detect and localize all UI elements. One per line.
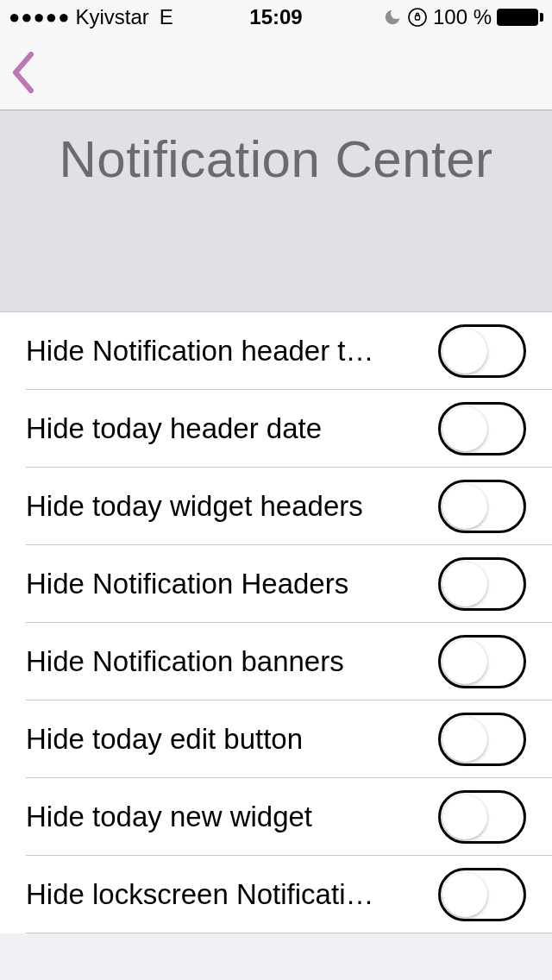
setting-label: Hide Notification header tabs	[26, 335, 388, 368]
clock-label: 15:09	[249, 5, 302, 29]
nav-bar	[0, 35, 552, 110]
setting-label: Hide today header date	[26, 412, 322, 445]
setting-label: Hide lockscreen Notification…	[26, 878, 388, 911]
toggle-switch[interactable]	[438, 402, 526, 455]
setting-row-hide-today-header-date[interactable]: Hide today header date	[0, 390, 552, 468]
setting-label: Hide Notification banners	[26, 645, 344, 678]
status-right: 100 %	[383, 5, 543, 29]
setting-row-hide-notification-header-tabs[interactable]: Hide Notification header tabs	[0, 312, 552, 390]
toggle-knob	[442, 406, 487, 451]
setting-row-hide-today-widget-headers[interactable]: Hide today widget headers	[0, 468, 552, 545]
section-header: Notification Center	[0, 110, 552, 312]
toggle-knob	[442, 639, 487, 684]
settings-list: Hide Notification header tabs Hide today…	[0, 312, 552, 933]
toggle-knob	[442, 329, 487, 374]
toggle-switch[interactable]	[438, 790, 526, 844]
toggle-switch[interactable]	[438, 713, 526, 766]
back-button[interactable]	[10, 51, 38, 94]
toggle-switch[interactable]	[438, 868, 526, 921]
toggle-switch[interactable]	[438, 480, 526, 533]
toggle-switch[interactable]	[438, 557, 526, 611]
do-not-disturb-icon	[383, 8, 402, 27]
setting-label: Hide today edit button	[26, 723, 303, 756]
setting-row-hide-lockscreen-notification[interactable]: Hide lockscreen Notification…	[0, 856, 552, 933]
toggle-switch[interactable]	[438, 635, 526, 688]
toggle-knob	[442, 872, 487, 917]
toggle-switch[interactable]	[438, 324, 526, 378]
setting-row-hide-notification-headers[interactable]: Hide Notification Headers	[0, 545, 552, 623]
page-title: Notification Center	[0, 129, 552, 189]
battery-icon	[497, 9, 543, 26]
signal-strength-icon: ●●●●●	[9, 6, 70, 28]
network-type-label: E	[160, 5, 173, 29]
orientation-lock-icon	[407, 7, 428, 28]
setting-row-hide-notification-banners[interactable]: Hide Notification banners	[0, 623, 552, 700]
battery-percent-label: 100 %	[433, 5, 492, 29]
toggle-knob	[442, 795, 487, 839]
status-bar: ●●●●● Kyivstar E 15:09 100 %	[0, 0, 552, 35]
setting-label: Hide Notification Headers	[26, 568, 348, 600]
toggle-knob	[442, 484, 487, 529]
svg-point-0	[409, 9, 426, 26]
toggle-knob	[442, 717, 487, 762]
setting-row-hide-today-new-widget[interactable]: Hide today new widget	[0, 778, 552, 856]
status-left: ●●●●● Kyivstar E	[9, 5, 173, 29]
footer-spacer	[0, 933, 552, 968]
carrier-label: Kyivstar	[75, 5, 148, 29]
setting-row-hide-today-edit-button[interactable]: Hide today edit button	[0, 700, 552, 778]
setting-label: Hide today new widget	[26, 801, 312, 833]
setting-label: Hide today widget headers	[26, 490, 363, 523]
toggle-knob	[442, 562, 487, 606]
svg-rect-1	[415, 16, 419, 20]
